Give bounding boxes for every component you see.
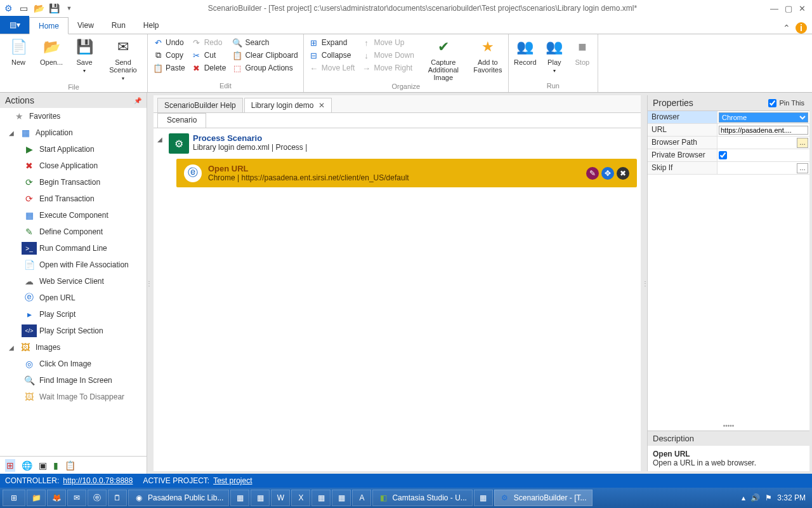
add-favorites-button[interactable]: ★Add to Favorites xyxy=(470,36,506,75)
file-tab[interactable]: ▤▾ xyxy=(0,16,29,34)
action-run-command-line[interactable]: >_Run Command Line xyxy=(0,240,147,257)
close-icon[interactable]: ✕ xyxy=(799,4,806,13)
record-button[interactable]: 👥Record xyxy=(511,36,539,67)
action-play-script[interactable]: ▸Play Script xyxy=(0,306,147,323)
pin-this-checkbox[interactable]: Pin This xyxy=(768,99,804,107)
tb-globe-icon[interactable]: 🌐 xyxy=(22,460,32,471)
task-word[interactable]: W xyxy=(271,490,290,506)
cut-button[interactable]: ✂Cut xyxy=(190,50,228,61)
move-right-button[interactable]: →Move Right xyxy=(360,62,415,74)
tab-run[interactable]: Run xyxy=(103,17,134,34)
tab-view[interactable]: View xyxy=(69,17,103,34)
action-web-service-client[interactable]: ☁Web Service Client xyxy=(0,273,147,290)
task-camtasia[interactable]: ◧Camtasia Studio - U... xyxy=(372,490,472,506)
send-scenario-button[interactable]: ✉Send Scenario▾ xyxy=(102,36,145,83)
browser-select[interactable]: Chrome xyxy=(719,112,808,123)
paste-button[interactable]: 📋Paste xyxy=(152,62,187,74)
qat-open-icon[interactable]: 📂 xyxy=(33,3,44,14)
action-open-file-association[interactable]: 📄Open with File Association xyxy=(0,257,147,273)
prop-browser-path[interactable]: Browser Path … xyxy=(648,137,809,149)
action-open-url[interactable]: ⓔOpen URL xyxy=(0,290,147,306)
application-node[interactable]: ◢▦Application xyxy=(0,124,147,141)
action-click-on-image[interactable]: ◎Click On Image xyxy=(0,356,147,372)
controller-link[interactable]: http://10.0.0.78:8888 xyxy=(63,476,133,485)
tray-time[interactable]: 3:32 PM xyxy=(777,493,806,502)
task-app5[interactable]: ▦ xyxy=(474,490,493,506)
maximize-icon[interactable]: ▢ xyxy=(785,4,792,13)
action-close-application[interactable]: ✖Close Application xyxy=(0,157,147,174)
browse-path-button[interactable]: … xyxy=(797,138,808,148)
badge-move-icon[interactable]: ✥ xyxy=(601,167,614,180)
task-firefox[interactable]: 🦊 xyxy=(47,490,66,506)
task-excel[interactable]: X xyxy=(291,490,310,506)
move-left-button[interactable]: ←Move Left xyxy=(308,62,357,74)
tab-help[interactable]: Help xyxy=(134,17,168,34)
subtab-scenario[interactable]: Scenario xyxy=(157,113,206,128)
task-app1[interactable]: ▦ xyxy=(230,490,249,506)
prop-browser[interactable]: Browser Chrome xyxy=(648,111,809,124)
task-outlook[interactable]: ✉ xyxy=(67,490,86,506)
open-button[interactable]: 📂Open... xyxy=(36,36,67,67)
collapse-ribbon-icon[interactable]: ⌃ xyxy=(783,23,790,33)
qat-save-icon[interactable]: 💾 xyxy=(48,3,60,14)
prop-private-browser[interactable]: Private Browser xyxy=(648,149,809,162)
tray-up-icon[interactable]: ▴ xyxy=(742,493,745,502)
task-app2[interactable]: ▦ xyxy=(251,490,270,506)
task-scenariobuilder[interactable]: ⚙ScenarioBuilder - [T... xyxy=(494,490,593,506)
grip-icon[interactable]: ••••• xyxy=(648,421,809,431)
pin-icon[interactable]: 📌 xyxy=(134,97,141,104)
tb-tree-icon[interactable]: ⊞ xyxy=(5,459,15,472)
tb-window-icon[interactable]: ▣ xyxy=(39,460,47,471)
tray-flag-icon[interactable]: ⚑ xyxy=(765,493,772,502)
redo-button[interactable]: ↷Redo xyxy=(190,37,228,48)
images-node[interactable]: ◢🖼Images xyxy=(0,339,147,356)
prop-url[interactable]: URL xyxy=(648,124,809,137)
process-scenario-node[interactable]: ◢ ⚙ Process Scenario Library login demo.… xyxy=(157,132,637,155)
new-button[interactable]: 📄New xyxy=(3,36,34,67)
stop-button[interactable]: ■Stop xyxy=(570,36,595,67)
tab-help-doc[interactable]: ScenarioBuilder Help xyxy=(157,98,243,112)
active-project-link[interactable]: Test project xyxy=(213,476,252,485)
move-down-button[interactable]: ↓Move Down xyxy=(360,50,415,61)
badge-edit-icon[interactable]: ✎ xyxy=(586,167,599,180)
favorites-node[interactable]: ★Favorites xyxy=(0,108,147,124)
task-acrobat[interactable]: A xyxy=(352,490,371,506)
tab-home[interactable]: Home xyxy=(29,17,69,34)
action-start-application[interactable]: ▶Start Application xyxy=(0,141,147,157)
info-icon[interactable]: i xyxy=(796,22,807,34)
tb-folder-icon[interactable]: ▮ xyxy=(53,460,58,471)
url-input[interactable] xyxy=(719,126,808,135)
task-app4[interactable]: ▦ xyxy=(332,490,351,506)
tab-demo-doc[interactable]: Library login demo✕ xyxy=(244,98,332,112)
group-actions-button[interactable]: ⬚Group Actions xyxy=(231,62,299,74)
move-up-button[interactable]: ↑Move Up xyxy=(360,37,415,48)
action-play-script-section[interactable]: </>Play Script Section xyxy=(0,323,147,339)
private-browser-checkbox[interactable] xyxy=(719,151,727,159)
task-explorer[interactable]: 📁 xyxy=(27,490,46,506)
tray-volume-icon[interactable]: 🔊 xyxy=(750,493,760,502)
qat-dropdown-icon[interactable]: ▼ xyxy=(63,3,75,14)
task-notepad[interactable]: 🗒 xyxy=(108,490,127,506)
tb-clipboard-icon[interactable]: 📋 xyxy=(65,460,75,471)
start-button[interactable]: ⊞ xyxy=(3,490,25,506)
save-button[interactable]: 💾Save▾ xyxy=(69,36,100,76)
action-find-image[interactable]: 🔍Find Image In Screen xyxy=(0,372,147,389)
action-end-transaction[interactable]: ⟳End Transaction xyxy=(0,190,147,207)
minimize-icon[interactable]: — xyxy=(770,4,778,13)
copy-button[interactable]: ⧉Copy xyxy=(152,50,187,61)
play-button[interactable]: 👥Play▾ xyxy=(540,36,568,76)
prop-skip-if[interactable]: Skip If … xyxy=(648,162,809,175)
splitter-left[interactable]: ⋮ xyxy=(147,93,151,474)
search-button[interactable]: 🔍Search xyxy=(231,37,299,48)
task-ie[interactable]: ⓔ xyxy=(88,490,107,506)
task-app3[interactable]: ▦ xyxy=(311,490,331,506)
task-chrome[interactable]: ◉Pasadena Public Lib... xyxy=(128,490,229,506)
collapse-button[interactable]: ⊟Collapse xyxy=(308,50,357,61)
clear-clipboard-button[interactable]: 📋Clear Clipboard xyxy=(231,50,299,61)
delete-button[interactable]: ✖Delete xyxy=(190,62,228,74)
qat-new-icon[interactable]: ▭ xyxy=(18,3,29,14)
badge-settings-icon[interactable]: ✖ xyxy=(617,167,629,180)
skip-if-button[interactable]: … xyxy=(797,163,808,173)
action-wait-image-disappear[interactable]: 🖼Wait Image To Disappear xyxy=(0,389,147,405)
open-url-step[interactable]: ⓔ Open URL Chrome | https://pasadena.ent… xyxy=(176,159,637,187)
